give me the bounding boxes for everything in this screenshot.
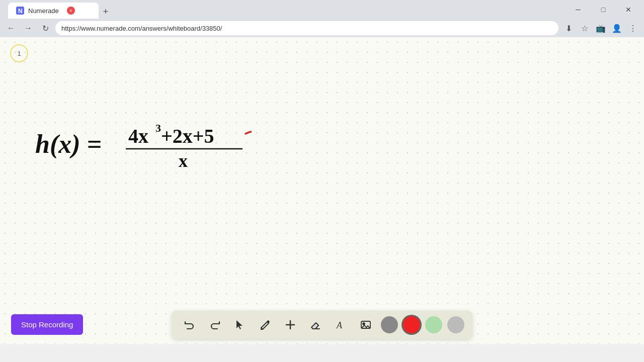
menu-icon[interactable]: ⋮ — [626, 21, 640, 35]
tab-bar: N Numerade × + — [4, 1, 117, 19]
eraser-tool-button[interactable] — [305, 315, 326, 335]
back-button[interactable]: ← — [4, 21, 18, 35]
close-button[interactable]: ✕ — [617, 3, 640, 17]
svg-text:x: x — [179, 151, 188, 171]
math-formula: h(x) = 4x 3 +2x+5 x — [30, 113, 252, 178]
downloads-icon[interactable]: ⬇ — [561, 21, 576, 35]
redo-button[interactable] — [205, 315, 225, 335]
address-bar: ← → ↻ https://www.numerade.com/answers/w… — [0, 19, 644, 37]
svg-point-16 — [363, 323, 365, 325]
select-tool-button[interactable] — [230, 315, 250, 335]
new-tab-button[interactable]: + — [99, 5, 113, 19]
active-tab[interactable]: N Numerade × — [8, 3, 99, 19]
undo-button[interactable] — [180, 315, 200, 335]
svg-text:3: 3 — [155, 122, 161, 134]
maximize-button[interactable]: □ — [592, 3, 615, 17]
url-bar[interactable]: https://www.numerade.com/answers/whitebo… — [55, 21, 558, 35]
svg-text:A: A — [336, 320, 343, 330]
bookmark-icon[interactable]: ☆ — [578, 21, 592, 35]
stop-recording-button[interactable]: Stop Recording — [11, 314, 83, 335]
whiteboard-canvas[interactable]: 1 h(x) = 4x 3 +2x+5 x Stop Recording — [0, 37, 644, 344]
cast-icon[interactable]: 📺 — [594, 21, 608, 35]
pencil-tool-button[interactable] — [255, 315, 275, 335]
refresh-button[interactable]: ↻ — [38, 21, 52, 35]
svg-text:4x: 4x — [128, 125, 148, 147]
svg-text:+2x+5: +2x+5 — [161, 125, 214, 147]
formula-svg: h(x) = 4x 3 +2x+5 x — [30, 113, 252, 178]
color-red[interactable] — [403, 316, 420, 333]
forward-button[interactable]: → — [21, 21, 35, 35]
tab-favicon: N — [16, 7, 24, 15]
tab-close-button[interactable]: × — [67, 7, 75, 15]
color-light-gray[interactable] — [447, 316, 464, 333]
title-bar: N Numerade × + ─ □ ✕ — [0, 0, 644, 19]
browser-toolbar-right: ⬇ ☆ 📺 👤 ⋮ — [561, 21, 640, 35]
profile-icon[interactable]: 👤 — [610, 21, 624, 35]
bottom-toolbar: A — [172, 311, 472, 339]
image-tool-button[interactable] — [356, 315, 376, 335]
page-indicator: 1 — [10, 44, 28, 62]
text-tool-button[interactable]: A — [331, 315, 351, 335]
tab-title: Numerade — [28, 7, 59, 15]
color-green[interactable] — [425, 316, 442, 333]
add-button[interactable] — [280, 315, 300, 335]
color-gray[interactable] — [381, 316, 398, 333]
minimize-button[interactable]: ─ — [567, 3, 590, 17]
svg-marker-8 — [236, 320, 243, 329]
svg-text:h(x) =: h(x) = — [35, 130, 102, 159]
window-controls: ─ □ ✕ — [567, 3, 640, 17]
svg-text:N: N — [18, 8, 23, 15]
browser-chrome: N Numerade × + ─ □ ✕ ← — [0, 0, 644, 37]
